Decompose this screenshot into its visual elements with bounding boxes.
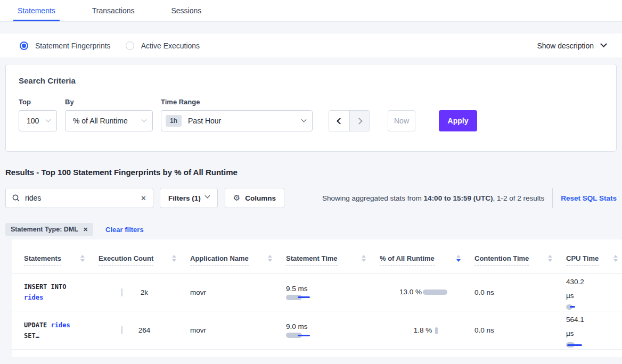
filters-label: Filters (1) [168,194,201,202]
radio-active-executions[interactable]: Active Executions [126,42,200,50]
statement-time-cell: 9.0 ms [286,311,380,349]
now-button[interactable]: Now [388,110,415,131]
time-range-value: Past Hour [188,117,221,125]
clear-filters-link[interactable]: Clear filters [105,226,144,234]
radio-statement-fingerprints[interactable]: Statement Fingerprints [20,42,111,50]
count-bar [121,288,122,296]
cpu-time-bar [566,342,598,348]
contention-time-cell: 0.0 ns [474,274,566,311]
reset-sql-stats-link[interactable]: Reset SQL Stats [561,194,617,202]
filter-chip-statement-type: Statement Type: DML ✕ [5,223,93,236]
previous-time-button[interactable] [329,111,349,131]
cpu-time-cell: 564.1 µs [566,311,622,349]
by-select-value: % of All Runtime [73,117,128,125]
statement-link[interactable]: rides [51,321,70,329]
show-description-toggle[interactable]: Show description [537,42,606,50]
application-name-cell: movr [190,311,286,349]
search-criteria-card: Search Criteria Top 100 By % of All Runt… [5,64,617,152]
tab-label: Statements [18,6,55,15]
statement-cell: UPDATE rides SET… [12,311,99,349]
apply-button[interactable]: Apply [439,110,477,131]
remove-filter-icon[interactable]: ✕ [83,227,88,233]
by-field: By % of All Runtime [65,98,153,131]
column-header-cpu-time[interactable]: CPU Time [566,239,622,273]
show-description-label: Show description [537,42,594,50]
statement-time-bar [286,333,318,338]
search-box: ✕ [5,188,153,208]
tab-transactions[interactable]: Transactions [88,0,139,21]
contention-time-cell: 0.0 ns [474,311,566,349]
column-header-execution-count[interactable]: Execution Count [99,239,190,273]
statement-cell: INSERT INTO rides [12,274,99,311]
time-range-select[interactable]: 1h Past Hour [161,110,313,131]
tab-label: Transactions [92,6,135,15]
filters-button[interactable]: Filters (1) [160,188,218,208]
sort-icon[interactable] [172,255,176,262]
search-criteria-title: Search Criteria [19,76,603,85]
next-time-button[interactable] [349,111,370,131]
radio-label: Active Executions [141,42,200,50]
gear-icon: ⚙ [233,193,240,203]
time-range-label: Time Range [161,98,313,106]
execution-count-cell: 264 [99,311,190,349]
runtime-pct-bar [435,328,440,333]
sort-icon[interactable] [362,255,366,262]
by-select[interactable]: % of All Runtime [65,110,153,131]
column-header-application-name[interactable]: Application Name [190,239,286,273]
radio-label: Statement Fingerprints [35,42,111,50]
results-heading: Results - Top 100 Statement Fingerprints… [5,168,617,177]
search-input[interactable] [25,194,135,202]
time-range-badge: 1h [166,115,182,127]
sort-icon-active-desc[interactable] [456,255,461,262]
sort-icon[interactable] [548,255,552,262]
runtime-pct-cell: 1.8 % [380,311,474,349]
aggregated-stats-text: Showing aggregated stats from 14:00 to 1… [322,194,544,202]
column-header-statements[interactable]: Statements [12,239,99,273]
search-criteria-form: Top 100 By % of All Runtime Time Range 1… [19,98,603,131]
chevron-down-icon [204,193,210,198]
cpu-time-cell: 430.2 µs [566,274,622,311]
results-controls-row: ✕ Filters (1) ⚙ Columns Showing aggregat… [5,188,617,208]
tab-bar: Statements Transactions Sessions [0,0,622,22]
chevron-right-icon [356,118,363,125]
top-select[interactable]: 100 [19,110,57,131]
search-icon [12,194,20,202]
stats-time-range: 14:00 to 15:59 (UTC) [424,194,493,202]
table-row: UPDATE rides SET… 264 movr 9.0 ms 1.8 % … [12,311,622,350]
top-label: Top [19,98,57,106]
table-header-row: Statements Execution Count Application N… [12,239,622,274]
top-field: Top 100 [19,98,57,131]
column-header-runtime-pct[interactable]: % of All Runtime [380,239,474,273]
table-row: INSERT INTO rides 2k movr 9.5 ms 13.0 % … [12,274,622,311]
chevron-left-icon [337,118,343,125]
tab-sessions[interactable]: Sessions [167,0,206,21]
columns-label: Columns [245,194,276,202]
filter-chips-row: Statement Type: DML ✕ Clear filters [5,223,617,236]
top-select-value: 100 [27,117,39,125]
sort-icon[interactable] [613,255,618,262]
count-bar [121,326,122,334]
vertical-divider [552,188,553,208]
chevron-down-icon [142,117,147,122]
column-header-contention-time[interactable]: Contention Time [474,239,566,273]
sort-icon[interactable] [268,255,272,262]
tab-statements[interactable]: Statements [13,0,60,21]
chevron-down-icon [600,40,607,47]
application-name-cell: movr [190,274,286,311]
sql-activity-page: Statements Transactions Sessions Stateme… [0,0,622,364]
column-header-statement-time[interactable]: Statement Time [286,239,380,273]
radio-unselected-icon [126,42,134,50]
clear-search-icon[interactable]: ✕ [141,195,146,202]
runtime-pct-cell: 13.0 % [380,274,474,311]
chevron-down-icon [46,117,51,122]
execution-count-cell: 2k [99,274,190,311]
columns-button[interactable]: ⚙ Columns [225,188,284,208]
view-mode-bar: Statement Fingerprints Active Executions… [0,34,622,57]
statement-time-bar [286,295,318,300]
statement-link[interactable]: rides [24,294,43,301]
statements-table: Statements Execution Count Application N… [12,239,622,357]
sort-icon[interactable] [80,255,85,262]
time-step-buttons [329,110,370,131]
tab-label: Sessions [171,6,201,15]
time-range-field: Time Range 1h Past Hour [161,98,313,131]
